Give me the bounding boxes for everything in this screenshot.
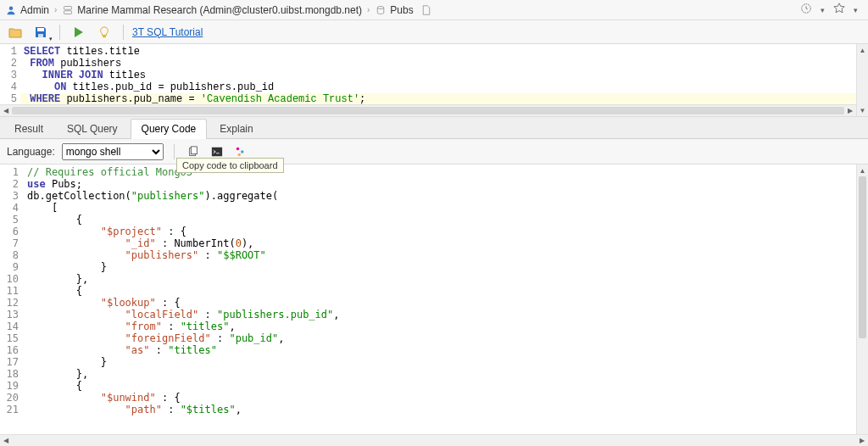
svg-rect-6 xyxy=(38,34,43,37)
save-button[interactable]: ▾ xyxy=(31,23,51,42)
code-line[interactable]: "as" : "titles" xyxy=(24,344,868,356)
language-bar: Language: mongo shell Copy code to clipb… xyxy=(0,139,868,164)
scroll-up-icon[interactable]: ▲ xyxy=(857,164,868,176)
divider xyxy=(123,25,124,40)
scroll-left-icon[interactable]: ◀ xyxy=(0,107,12,114)
tab-sql-query[interactable]: SQL Query xyxy=(56,119,129,139)
database-icon xyxy=(375,4,387,16)
toolbar: ▾ 3T SQL Tutorial xyxy=(0,20,868,44)
language-select[interactable]: mongo shell xyxy=(62,143,164,160)
server-icon xyxy=(62,4,74,16)
svg-point-3 xyxy=(378,6,385,8)
code-line[interactable]: { xyxy=(24,285,868,297)
code-line[interactable]: "_id" : NumberInt(0), xyxy=(24,237,868,249)
star-icon[interactable] xyxy=(833,3,845,17)
code-line[interactable]: INNER JOIN titles xyxy=(20,70,868,81)
tab-explain[interactable]: Explain xyxy=(209,119,264,139)
run-button[interactable] xyxy=(69,23,89,42)
code-line[interactable]: "localField" : "publishers.pub_id", xyxy=(24,309,868,321)
breadcrumb: Admin › Marine Mammal Research (Admin@cl… xyxy=(0,0,868,20)
document-icon xyxy=(420,4,432,16)
code-line[interactable]: use Pubs; xyxy=(24,178,868,190)
language-label: Language: xyxy=(7,146,55,158)
scrollbar-horizontal[interactable]: ◀ ▶ xyxy=(0,104,856,116)
code-line[interactable]: "from" : "titles", xyxy=(24,321,868,332)
code-line[interactable]: "$project" : { xyxy=(24,226,868,237)
code-line[interactable]: { xyxy=(24,380,868,392)
chevron-right-icon: › xyxy=(367,5,370,14)
code-line[interactable]: "publishers" : "$$ROOT" xyxy=(24,249,868,261)
tab-query-code[interactable]: Query Code xyxy=(131,119,208,139)
svg-point-0 xyxy=(9,6,14,10)
user-icon xyxy=(5,4,17,16)
svg-point-11 xyxy=(236,147,239,150)
tutorial-link[interactable]: 3T SQL Tutorial xyxy=(132,26,203,38)
code-line[interactable]: db.getCollection("publishers").aggregate… xyxy=(24,190,868,202)
tab-result[interactable]: Result xyxy=(3,119,54,139)
results-tabs: ResultSQL QueryQuery CodeExplain xyxy=(0,117,868,139)
svg-rect-5 xyxy=(37,28,44,31)
history-icon[interactable] xyxy=(800,3,812,17)
code-line[interactable]: SELECT titles.title xyxy=(20,46,868,58)
scroll-right-icon[interactable]: ▶ xyxy=(856,437,868,444)
hint-button[interactable] xyxy=(94,23,114,42)
scroll-right-icon[interactable]: ▶ xyxy=(844,107,856,114)
code-line[interactable]: WHERE publishers.pub_name = 'Cavendish A… xyxy=(20,93,868,105)
breadcrumb-user[interactable]: Admin xyxy=(20,4,49,16)
tooltip: Copy code to clipboard xyxy=(176,158,284,173)
svg-rect-1 xyxy=(64,6,72,9)
code-line[interactable]: }, xyxy=(24,273,868,285)
breadcrumb-db[interactable]: Pubs xyxy=(390,4,413,16)
sql-editor[interactable]: 12345 SELECT titles.title FROM publisher… xyxy=(0,44,868,117)
query-code-editor[interactable]: 123456789101112131415161718192021 // Req… xyxy=(0,164,868,434)
breadcrumb-connection[interactable]: Marine Mammal Research (Admin@cluster0.u… xyxy=(77,4,362,16)
code-line[interactable]: { xyxy=(24,214,868,226)
code-line[interactable]: } xyxy=(24,356,868,368)
code-line[interactable]: // Requires official MongoS xyxy=(24,166,868,178)
code-line[interactable]: }, xyxy=(24,368,868,380)
open-folder-button[interactable] xyxy=(5,23,25,42)
dropdown-icon[interactable]: ▾ xyxy=(854,6,858,14)
svg-rect-7 xyxy=(103,36,106,37)
svg-rect-2 xyxy=(64,10,72,14)
scroll-down-icon[interactable]: ▼ xyxy=(857,104,868,116)
dropdown-icon[interactable]: ▾ xyxy=(821,6,825,14)
scrollbar-vertical[interactable]: ▲ ▼ xyxy=(856,44,868,116)
scroll-thumb[interactable] xyxy=(859,176,866,338)
svg-rect-10 xyxy=(212,147,222,156)
code-line[interactable]: "path" : "$titles", xyxy=(24,404,868,415)
code-line[interactable]: } xyxy=(24,261,868,273)
code-line[interactable]: "$lookup" : { xyxy=(24,297,868,309)
divider xyxy=(59,25,60,40)
divider xyxy=(174,144,175,159)
scroll-thumb[interactable] xyxy=(12,107,844,114)
svg-point-13 xyxy=(237,153,241,156)
code-line[interactable]: [ xyxy=(24,202,868,214)
scroll-left-icon[interactable]: ◀ xyxy=(0,437,12,444)
scrollbar-horizontal[interactable]: ◀ ▶ xyxy=(0,434,868,446)
scroll-up-icon[interactable]: ▲ xyxy=(857,44,868,56)
code-line[interactable]: ON titles.pub_id = publishers.pub_id xyxy=(20,81,868,93)
code-line[interactable]: "$unwind" : { xyxy=(24,392,868,404)
gutter: 123456789101112131415161718192021 xyxy=(0,164,24,434)
scrollbar-vertical[interactable]: ▲ xyxy=(856,164,868,434)
chevron-right-icon: › xyxy=(54,5,57,14)
svg-rect-9 xyxy=(191,146,197,153)
svg-point-12 xyxy=(241,150,244,153)
code-line[interactable]: FROM publishers xyxy=(20,58,868,70)
code-line[interactable]: "foreignField" : "pub_id", xyxy=(24,332,868,344)
